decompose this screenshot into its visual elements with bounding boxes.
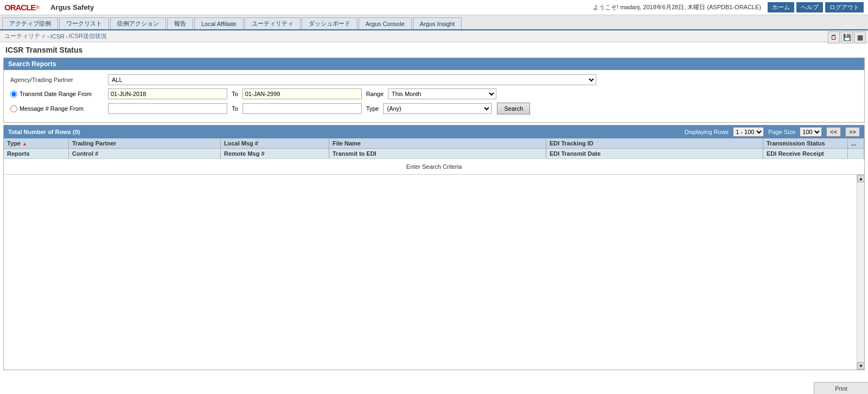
nav-tab-active-cases[interactable]: アクティブ症例 — [2, 17, 58, 29]
no-data-message: Enter Search Criteria — [4, 159, 864, 174]
scroll-down-arrow[interactable]: ▼ — [857, 362, 864, 370]
col-edi-transmit-date-header: EDI Transmit Date — [546, 149, 763, 158]
transmit-date-radio[interactable] — [10, 91, 17, 98]
breadcrumb: ユーティリティ › ICSR › ICSR送信状況 — [4, 32, 107, 40]
agency-select[interactable]: ALL — [108, 74, 596, 85]
next-page-button[interactable]: >> — [845, 127, 860, 137]
displaying-label: Displaying Rows — [685, 129, 729, 135]
message-from-input[interactable] — [108, 103, 227, 114]
toolbar-icon-2[interactable]: 💾 — [841, 31, 853, 43]
transmit-date-to-input[interactable] — [242, 88, 362, 99]
page-size-select[interactable]: 100 50 200 — [800, 127, 822, 137]
logout-link[interactable]: ログアウト — [825, 2, 864, 12]
toolbar-icon-1[interactable]: 🗒 — [828, 31, 840, 43]
col-local-msg-header: Local Msg # — [221, 138, 329, 148]
oracle-logo: ORACLE ® — [4, 3, 40, 12]
col-dots-header: ... — [848, 138, 864, 148]
col-control-header: Control # — [69, 149, 221, 158]
results-header: Total Number of Rows (0) Displaying Rows… — [4, 125, 864, 138]
main-nav: アクティブ症例ワークリスト症例アクション報告Local Affiliateユーテ… — [0, 15, 868, 30]
scroll-area: ▲ ▼ — [4, 174, 864, 370]
breadcrumb-item-2[interactable]: ICSR — [50, 33, 65, 40]
print-button[interactable]: Print — [835, 385, 847, 392]
message-to-input[interactable] — [242, 103, 362, 114]
to-label-2: To — [232, 105, 238, 112]
nav-tab-reports[interactable]: 報告 — [167, 17, 193, 29]
breadcrumb-item-1[interactable]: ユーティリティ — [4, 32, 46, 40]
user-info: ようこそ! madanj, 2018年6月28日, 木曜日 (ASPDB1-OR… — [593, 3, 761, 11]
message-radio-label: Message # Range From — [10, 105, 108, 112]
home-link[interactable]: ホーム — [768, 2, 794, 12]
top-header: ORACLE ® Argus Safety ようこそ! madanj, 2018… — [0, 0, 868, 15]
range-label: Range — [366, 91, 384, 97]
page-title: ICSR Transmit Status — [0, 42, 868, 56]
transmit-date-from-input[interactable] — [108, 88, 227, 99]
scroll-up-arrow[interactable]: ▲ — [857, 175, 864, 182]
search-button[interactable]: Search — [497, 103, 530, 115]
app-title: Argus Safety — [50, 3, 593, 11]
nav-tab-worklist[interactable]: ワークリスト — [59, 17, 109, 29]
print-bar: Print — [814, 382, 868, 394]
page-size-label: Page Size — [768, 129, 795, 135]
nav-tab-utilities[interactable]: ユーティリティ — [245, 17, 301, 29]
sort-arrow: ▲ — [22, 141, 27, 147]
type-label: Type — [366, 105, 379, 112]
col-edi-tracking-header: EDI Tracking ID — [546, 138, 763, 148]
agency-row: Agency/Trading Partner ALL — [10, 74, 858, 85]
results-header-right: Displaying Rows 1 - 100 Page Size 100 50… — [685, 127, 860, 137]
search-form: Agency/Trading Partner ALL Transmit Date… — [4, 70, 864, 122]
type-select[interactable]: (Any) Report ACK — [383, 103, 492, 114]
col-edi-receive-receipt-header: EDI Receive Receipt — [763, 149, 848, 158]
nav-tab-dashboard[interactable]: ダッシュボード — [302, 17, 358, 29]
nav-tab-argus-console[interactable]: Argus Console — [359, 17, 412, 29]
range-select[interactable]: This Month Last Month Custom — [388, 88, 496, 99]
displaying-range-select[interactable]: 1 - 100 — [733, 127, 764, 137]
transmit-date-radio-label: Transmit Date Range From — [10, 91, 108, 98]
transmit-date-row: Transmit Date Range From To Range This M… — [10, 88, 858, 99]
col-reports-header: Reports — [4, 149, 69, 158]
help-link[interactable]: ヘルプ — [796, 2, 823, 12]
breadcrumb-item-3: ICSR送信状況 — [69, 32, 107, 40]
column-header-row-1: Type ▲ Trading Partner Local Msg # File … — [4, 138, 864, 149]
to-label-1: To — [232, 91, 238, 97]
col-trading-partner-header: Trading Partner — [69, 138, 221, 148]
col-file-name-header: File Name — [329, 138, 546, 148]
search-reports-header: Search Reports — [4, 58, 864, 70]
message-radio[interactable] — [10, 105, 17, 112]
col-dots-header-2 — [848, 149, 864, 158]
col-transmission-status-header: Transmission Status — [763, 138, 848, 148]
scrollbar-right: ▲ ▼ — [857, 175, 864, 370]
col-remote-msg-header: Remote Msg # — [221, 149, 329, 158]
nav-tab-argus-insight[interactable]: Argus Insight — [413, 17, 462, 29]
results-area: Total Number of Rows (0) Displaying Rows… — [3, 125, 865, 370]
toolbar-icon-3[interactable]: ▦ — [854, 31, 866, 43]
column-header-row-2: Reports Control # Remote Msg # Transmit … — [4, 149, 864, 159]
message-row: Message # Range From To Type (Any) Repor… — [10, 103, 858, 115]
top-nav-links: ホーム ヘルプ ログアウト — [768, 2, 864, 12]
search-reports-section: Search Reports Agency/Trading Partner AL… — [3, 58, 865, 123]
col-type-header[interactable]: Type ▲ — [4, 138, 69, 148]
prev-page-button[interactable]: << — [826, 127, 841, 137]
total-rows-label: Total Number of Rows (0) — [8, 129, 80, 135]
nav-tab-case-actions[interactable]: 症例アクション — [110, 17, 166, 29]
nav-tab-local-affiliate[interactable]: Local Affiliate — [194, 17, 244, 29]
col-transmit-edi-header: Transmit to EDI — [329, 149, 546, 158]
agency-label: Agency/Trading Partner — [10, 77, 108, 83]
